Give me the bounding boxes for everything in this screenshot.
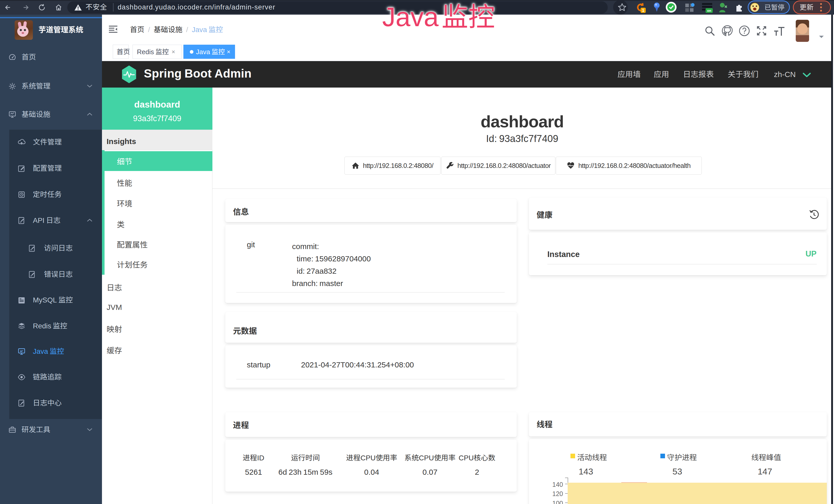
- svg-text:1: 1: [642, 8, 644, 13]
- svg-text:on: on: [707, 9, 711, 13]
